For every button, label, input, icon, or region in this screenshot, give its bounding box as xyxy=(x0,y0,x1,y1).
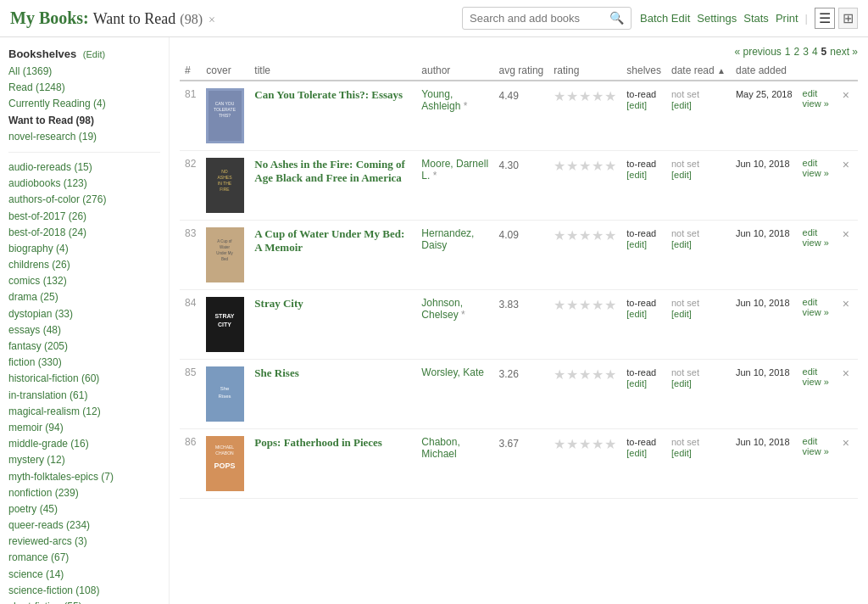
sidebar-genre-item[interactable]: childrens (26) xyxy=(8,257,160,273)
sidebar-item-novel-research[interactable]: novel-research (19) xyxy=(8,129,160,145)
batch-edit-button[interactable]: Batch Edit xyxy=(640,12,690,25)
star-rating[interactable]: ★ ★ ★ ★ ★ xyxy=(554,88,616,104)
star-4[interactable]: ★ xyxy=(592,366,604,383)
author-link[interactable]: Worsley, Kate xyxy=(421,366,484,378)
author-link[interactable]: Young, Ashleigh * xyxy=(421,88,467,112)
remove-book-button[interactable]: × xyxy=(839,158,853,171)
remove-book-button[interactable]: × xyxy=(839,227,853,241)
author-link[interactable]: Hernandez, Daisy xyxy=(421,227,474,251)
user-rating-cell[interactable]: ★ ★ ★ ★ ★ xyxy=(548,81,621,151)
sidebar-genre-item[interactable]: science (14) xyxy=(8,567,160,583)
edit-bookshelves-link[interactable]: (Edit) xyxy=(83,49,105,59)
print-button[interactable]: Print xyxy=(776,12,798,25)
star-5[interactable]: ★ xyxy=(604,436,616,452)
stats-button[interactable]: Stats xyxy=(743,12,769,25)
remove-book-button[interactable]: × xyxy=(839,366,853,380)
sidebar-genre-item[interactable]: fantasy (205) xyxy=(8,338,160,355)
date-read-edit-link[interactable]: [edit] xyxy=(671,448,726,458)
star-2[interactable]: ★ xyxy=(566,366,578,383)
sidebar-genre-item[interactable]: memoir (94) xyxy=(8,420,160,436)
star-2[interactable]: ★ xyxy=(566,436,578,452)
remove-book-button[interactable]: × xyxy=(839,297,853,310)
shelf-edit-link[interactable]: [edit] xyxy=(626,448,661,458)
star-2[interactable]: ★ xyxy=(566,158,578,174)
sidebar-genre-item[interactable]: short-fiction (55) xyxy=(8,599,160,604)
page-4-link[interactable]: 4 xyxy=(812,46,818,58)
star-1[interactable]: ★ xyxy=(554,297,565,313)
book-title-link[interactable]: No Ashes in the Fire: Coming of Age Blac… xyxy=(254,158,404,184)
star-3[interactable]: ★ xyxy=(579,297,591,313)
previous-page-link[interactable]: « previous xyxy=(734,46,781,58)
star-1[interactable]: ★ xyxy=(554,88,565,104)
date-read-edit-link[interactable]: [edit] xyxy=(671,378,726,389)
date-read-edit-link[interactable]: [edit] xyxy=(671,239,726,249)
star-rating[interactable]: ★ ★ ★ ★ ★ xyxy=(554,436,616,452)
sidebar-genre-item[interactable]: best-of-2017 (26) xyxy=(8,209,160,225)
sidebar-genre-item[interactable]: magical-realism (12) xyxy=(8,404,160,420)
edit-row-link[interactable]: edit xyxy=(803,436,829,446)
user-rating-cell[interactable]: ★ ★ ★ ★ ★ xyxy=(548,290,621,360)
sidebar-genre-item[interactable]: authors-of-color (276) xyxy=(8,192,160,208)
star-3[interactable]: ★ xyxy=(579,436,591,452)
edit-row-link[interactable]: edit xyxy=(803,366,829,377)
sidebar-genre-item[interactable]: nonfiction (239) xyxy=(8,485,160,501)
edit-row-link[interactable]: edit xyxy=(803,158,829,168)
sidebar-genre-item[interactable]: poetry (45) xyxy=(8,501,160,517)
star-rating[interactable]: ★ ★ ★ ★ ★ xyxy=(554,227,616,243)
sidebar-genre-item[interactable]: best-of-2018 (24) xyxy=(8,225,160,241)
sidebar-genre-item[interactable]: in-translation (61) xyxy=(8,388,160,404)
sidebar-genre-item[interactable]: science-fiction (108) xyxy=(8,583,160,599)
sidebar-genre-item[interactable]: historical-fiction (60) xyxy=(8,371,160,387)
sidebar-genre-item[interactable]: essays (48) xyxy=(8,322,160,338)
edit-row-link[interactable]: edit xyxy=(803,227,829,238)
remove-book-button[interactable]: × xyxy=(839,88,853,102)
star-3[interactable]: ★ xyxy=(579,366,591,383)
star-3[interactable]: ★ xyxy=(579,158,591,174)
view-row-link[interactable]: view » xyxy=(803,98,829,109)
sidebar-genre-item[interactable]: dystopian (33) xyxy=(8,306,160,322)
star-1[interactable]: ★ xyxy=(554,366,565,383)
author-link[interactable]: Johnson, Chelsey * xyxy=(421,297,465,321)
star-4[interactable]: ★ xyxy=(592,436,604,452)
view-row-link[interactable]: view » xyxy=(803,168,829,178)
user-rating-cell[interactable]: ★ ★ ★ ★ ★ xyxy=(548,429,621,499)
list-view-button[interactable]: ☰ xyxy=(815,8,835,29)
star-rating[interactable]: ★ ★ ★ ★ ★ xyxy=(554,158,616,174)
page-1-link[interactable]: 1 xyxy=(785,46,791,58)
book-title-link[interactable]: A Cup of Water Under My Bed: A Memoir xyxy=(254,227,404,254)
date-read-edit-link[interactable]: [edit] xyxy=(671,170,726,180)
shelf-edit-link[interactable]: [edit] xyxy=(626,239,661,249)
star-2[interactable]: ★ xyxy=(566,227,578,243)
book-title-link[interactable]: Can You Tolerate This?: Essays xyxy=(254,88,403,101)
star-4[interactable]: ★ xyxy=(592,227,604,243)
star-3[interactable]: ★ xyxy=(579,88,591,104)
book-title-link[interactable]: Stray City xyxy=(254,297,303,310)
star-1[interactable]: ★ xyxy=(554,227,565,243)
sidebar-genre-item[interactable]: romance (67) xyxy=(8,550,160,566)
settings-button[interactable]: Settings xyxy=(697,12,737,25)
sidebar-genre-item[interactable]: drama (25) xyxy=(8,289,160,305)
sidebar-genre-item[interactable]: audio-rereads (15) xyxy=(8,159,160,176)
close-shelf-button[interactable]: × xyxy=(209,14,215,26)
date-read-edit-link[interactable]: [edit] xyxy=(671,100,726,110)
shelf-edit-link[interactable]: [edit] xyxy=(626,100,661,110)
user-rating-cell[interactable]: ★ ★ ★ ★ ★ xyxy=(548,221,621,290)
sidebar-genre-item[interactable]: audiobooks (123) xyxy=(8,176,160,192)
sidebar-genre-item[interactable]: middle-grade (16) xyxy=(8,436,160,452)
date-read-edit-link[interactable]: [edit] xyxy=(671,309,726,319)
sidebar-genre-item[interactable]: biography (4) xyxy=(8,241,160,257)
user-rating-cell[interactable]: ★ ★ ★ ★ ★ xyxy=(548,151,621,221)
star-5[interactable]: ★ xyxy=(604,366,616,383)
page-3-link[interactable]: 3 xyxy=(803,46,809,58)
sidebar-genre-item[interactable]: fiction (330) xyxy=(8,355,160,371)
shelf-edit-link[interactable]: [edit] xyxy=(626,378,661,389)
star-rating[interactable]: ★ ★ ★ ★ ★ xyxy=(554,366,616,383)
sidebar-genre-item[interactable]: reviewed-arcs (3) xyxy=(8,534,160,550)
star-4[interactable]: ★ xyxy=(592,158,604,174)
star-1[interactable]: ★ xyxy=(554,158,565,174)
star-4[interactable]: ★ xyxy=(592,88,604,104)
star-5[interactable]: ★ xyxy=(604,88,616,104)
page-2-link[interactable]: 2 xyxy=(794,46,800,58)
sidebar-item-want-to-read[interactable]: Want to Read (98) xyxy=(8,113,160,129)
star-2[interactable]: ★ xyxy=(566,297,578,313)
